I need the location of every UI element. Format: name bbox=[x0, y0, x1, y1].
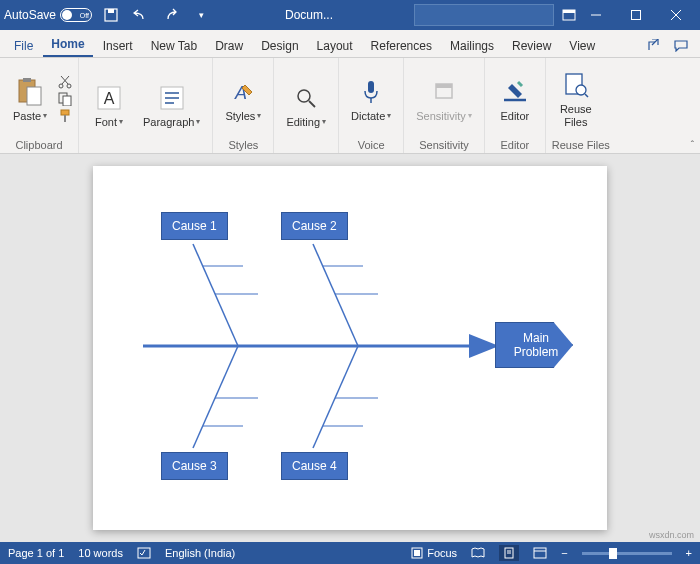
svg-rect-3 bbox=[563, 10, 575, 13]
print-layout-icon[interactable] bbox=[499, 545, 519, 561]
zoom-out-button[interactable]: − bbox=[561, 547, 567, 559]
svg-rect-18 bbox=[61, 110, 69, 115]
maximize-button[interactable] bbox=[616, 0, 656, 30]
spell-check-icon[interactable] bbox=[137, 547, 151, 559]
document-page[interactable]: Cause 1 Cause 2 Cause 3 Cause 4 Main Pro… bbox=[93, 166, 607, 530]
editing-icon bbox=[295, 82, 317, 114]
font-icon: A bbox=[96, 82, 122, 114]
cause-1-box[interactable]: Cause 1 bbox=[161, 212, 228, 240]
editor-icon bbox=[502, 76, 528, 108]
ribbon-display-icon[interactable] bbox=[562, 9, 576, 21]
document-title: Docum... bbox=[212, 8, 406, 22]
status-bar: Page 1 of 1 10 words English (India) Foc… bbox=[0, 542, 700, 564]
svg-rect-1 bbox=[108, 9, 114, 13]
cause-3-box[interactable]: Cause 3 bbox=[161, 452, 228, 480]
dictate-icon bbox=[360, 76, 382, 108]
svg-line-44 bbox=[193, 346, 238, 448]
comments-button[interactable] bbox=[668, 35, 694, 57]
dictate-button[interactable]: Dictate▾ bbox=[345, 74, 397, 124]
tab-review[interactable]: Review bbox=[504, 35, 559, 57]
svg-line-15 bbox=[61, 76, 68, 84]
font-button[interactable]: A Font▾ bbox=[85, 80, 133, 130]
title-bar: AutoSave Off ▾ Docum... bbox=[0, 0, 700, 30]
word-count[interactable]: 10 words bbox=[78, 547, 123, 559]
cut-icon[interactable] bbox=[58, 75, 72, 89]
autosave-label: AutoSave bbox=[4, 8, 56, 22]
group-reuse-files: Reuse Files Reuse Files bbox=[546, 58, 616, 153]
search-box[interactable] bbox=[414, 4, 554, 26]
tab-mailings[interactable]: Mailings bbox=[442, 35, 502, 57]
tab-design[interactable]: Design bbox=[253, 35, 306, 57]
group-sensitivity: Sensitivity▾ Sensitivity bbox=[404, 58, 485, 153]
svg-rect-32 bbox=[436, 84, 452, 88]
language-indicator[interactable]: English (India) bbox=[165, 547, 235, 559]
tab-home[interactable]: Home bbox=[43, 33, 92, 57]
group-styles: A Styles▾ Styles bbox=[213, 58, 274, 153]
zoom-slider[interactable] bbox=[582, 552, 672, 555]
svg-point-35 bbox=[576, 85, 586, 95]
qat-dropdown-icon[interactable]: ▾ bbox=[190, 4, 212, 26]
svg-point-12 bbox=[59, 84, 63, 88]
save-icon[interactable] bbox=[100, 4, 122, 26]
format-painter-icon[interactable] bbox=[58, 109, 72, 123]
svg-line-38 bbox=[193, 244, 238, 346]
web-layout-icon[interactable] bbox=[533, 547, 547, 559]
tab-file[interactable]: File bbox=[6, 35, 41, 57]
focus-mode-button[interactable]: Focus bbox=[411, 547, 457, 559]
watermark: wsxdn.com bbox=[649, 530, 694, 540]
tab-new-tab[interactable]: New Tab bbox=[143, 35, 205, 57]
svg-rect-11 bbox=[27, 87, 41, 105]
zoom-in-button[interactable]: + bbox=[686, 547, 692, 559]
group-font-paragraph: A Font▾ Paragraph▾ bbox=[79, 58, 213, 153]
group-editing: Editing▾ bbox=[274, 58, 339, 153]
svg-text:A: A bbox=[104, 90, 115, 107]
group-voice: Dictate▾ Voice bbox=[339, 58, 404, 153]
tab-draw[interactable]: Draw bbox=[207, 35, 251, 57]
svg-line-14 bbox=[62, 76, 69, 84]
sensitivity-button[interactable]: Sensitivity▾ bbox=[410, 74, 478, 124]
undo-icon[interactable] bbox=[130, 4, 152, 26]
svg-rect-19 bbox=[64, 115, 66, 122]
read-mode-icon[interactable] bbox=[471, 547, 485, 559]
cause-2-box[interactable]: Cause 2 bbox=[281, 212, 348, 240]
svg-point-13 bbox=[67, 84, 71, 88]
tab-view[interactable]: View bbox=[561, 35, 603, 57]
copy-icon[interactable] bbox=[58, 92, 72, 106]
group-clipboard: Paste▾ Clipboard bbox=[0, 58, 79, 153]
close-button[interactable] bbox=[656, 0, 696, 30]
svg-point-27 bbox=[298, 90, 310, 102]
editor-button[interactable]: Editor bbox=[491, 74, 539, 124]
svg-line-28 bbox=[309, 101, 315, 107]
svg-rect-5 bbox=[632, 11, 641, 20]
minimize-button[interactable] bbox=[576, 0, 616, 30]
sensitivity-icon bbox=[432, 76, 456, 108]
tab-references[interactable]: References bbox=[363, 35, 440, 57]
svg-rect-52 bbox=[414, 550, 420, 556]
share-button[interactable] bbox=[640, 35, 666, 57]
autosave-toggle[interactable]: AutoSave Off bbox=[4, 8, 92, 22]
svg-rect-17 bbox=[63, 96, 71, 106]
document-area: Cause 1 Cause 2 Cause 3 Cause 4 Main Pro… bbox=[0, 154, 700, 542]
svg-rect-10 bbox=[23, 78, 31, 82]
autosave-switch[interactable]: Off bbox=[60, 8, 92, 22]
svg-line-41 bbox=[313, 244, 358, 346]
reuse-files-button[interactable]: Reuse Files bbox=[552, 67, 600, 129]
svg-rect-50 bbox=[138, 548, 150, 558]
collapse-ribbon-icon[interactable]: ˆ bbox=[691, 140, 694, 151]
paragraph-icon bbox=[159, 82, 185, 114]
paragraph-button[interactable]: Paragraph▾ bbox=[137, 80, 206, 130]
svg-line-47 bbox=[313, 346, 358, 448]
group-editor: Editor Editor bbox=[485, 58, 546, 153]
styles-button[interactable]: A Styles▾ bbox=[219, 74, 267, 124]
paste-button[interactable]: Paste▾ bbox=[6, 74, 54, 124]
redo-icon[interactable] bbox=[160, 4, 182, 26]
editing-button[interactable]: Editing▾ bbox=[280, 80, 332, 130]
cause-4-box[interactable]: Cause 4 bbox=[281, 452, 348, 480]
ribbon-tabs: File Home Insert New Tab Draw Design Lay… bbox=[0, 30, 700, 58]
page-indicator[interactable]: Page 1 of 1 bbox=[8, 547, 64, 559]
reuse-files-icon bbox=[563, 69, 589, 101]
window-controls bbox=[576, 0, 696, 30]
tab-insert[interactable]: Insert bbox=[95, 35, 141, 57]
tab-layout[interactable]: Layout bbox=[309, 35, 361, 57]
svg-rect-29 bbox=[368, 81, 374, 93]
